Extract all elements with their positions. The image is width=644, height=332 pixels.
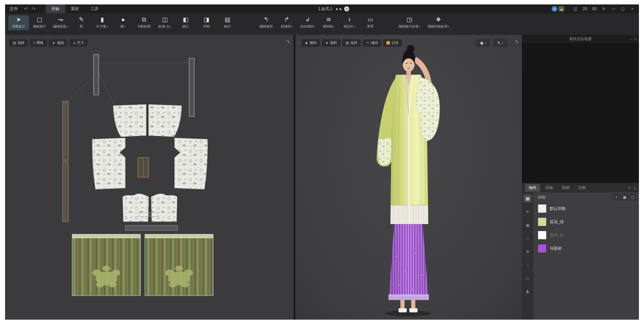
tab-fabric[interactable]: 织物	[542, 184, 557, 192]
rectangle-icon: ▮	[101, 16, 104, 23]
tool-edit-fabric-texture[interactable]: ❖ 编辑织物纹理▾	[424, 15, 453, 30]
interfacing-icon: ▤	[225, 16, 230, 23]
brush-button[interactable]: ✎▾	[493, 39, 507, 47]
ribbon-tab-material[interactable]: 素材	[65, 4, 85, 13]
minimize-button[interactable]: —	[609, 5, 617, 12]
notch-icon: ◧	[183, 16, 189, 23]
dropdown-caret-icon: ▾	[314, 25, 315, 28]
document-close-icon[interactable]: ×	[344, 6, 349, 11]
tool-edit-pattern-texture[interactable]: ◳ 编辑板片纹理▾	[395, 15, 424, 30]
expand-icon[interactable]: ↘	[634, 37, 636, 41]
rail-texture-icon[interactable]: ▤	[523, 274, 532, 282]
cursor-arrow-icon: ➤	[16, 16, 21, 23]
object-panel-tabs: 物料 织物 明细 注释 ▾ ↘	[522, 183, 639, 192]
undo-icon[interactable]: ↶	[22, 4, 30, 13]
rail-topstitch-icon[interactable]: ―	[523, 234, 532, 242]
rail-button-icon[interactable]: ◉	[523, 221, 532, 229]
tab-details[interactable]: 明细	[558, 184, 573, 192]
app-window: 文件 ↶ ↷ 开始 素材 工具 1.款式-1 ►◄ × ✦ ☁ ◫ 2D 3D …	[5, 4, 639, 320]
fabric-row[interactable]: 里布_白	[538, 230, 639, 241]
toggle-sewing[interactable]: 〜缝纫	[363, 39, 381, 47]
rail-fabric-icon[interactable]: ▦	[523, 194, 532, 203]
chevron-left-icon[interactable]: ‹	[297, 40, 299, 45]
toggle-avatar[interactable]: ♟模特	[302, 39, 320, 47]
account-sync-icon[interactable]: ✦	[552, 6, 557, 12]
toggle-dimensions[interactable]: ⊿尺寸	[70, 39, 87, 47]
document-tab[interactable]: 1.款式-1 ►◄ ×	[318, 4, 349, 13]
render-viewport-panel[interactable]: 离线渲染视窗 ▫ ↘	[522, 35, 639, 183]
tool-adjust-pattern[interactable]: ➤ 调整板片	[8, 15, 29, 30]
rail-pin-icon[interactable]: ⊕	[523, 247, 532, 256]
simulate-cursor-icon[interactable]: ►◄	[336, 7, 341, 11]
dimension-icon: ⊿	[73, 41, 76, 45]
object-panel-corner-icons: ▾ ↘	[629, 183, 636, 192]
tool-edit-curve[interactable]: ↝ 编辑弧线▾	[50, 15, 71, 30]
redo-icon[interactable]: ↷	[30, 4, 37, 13]
tab-notes[interactable]: 注释	[574, 184, 590, 192]
file-menu[interactable]: 文件	[5, 4, 22, 13]
close-button[interactable]: ×	[628, 5, 636, 12]
tool-extend-point[interactable]: ◫ 延展-点▾	[154, 15, 175, 30]
rail-avatar-icon[interactable]: ♟	[523, 287, 532, 296]
tab-materials[interactable]: 物料	[525, 184, 540, 192]
pattern-edit-pencil-icon[interactable]: ✎	[287, 39, 290, 44]
main-toolbar: ➤ 调整板片 ▢ 编辑板片 ↝ 编辑弧线▾ ✎ 笔 ▮ 长方形▾ ● 圆▾ ⧉ …	[5, 13, 639, 35]
tool-edit-pattern[interactable]: ▢ 编辑板片	[29, 15, 50, 30]
pattern-2d-viewport[interactable]: ▤纸样 ⌗网格 ▼缝份 ⊿尺寸 ✎	[5, 35, 294, 320]
ribbon-tab-tools[interactable]: 工具	[85, 4, 104, 13]
tool-rectangle[interactable]: ▮ 长方形▾	[92, 15, 113, 30]
dropdown-caret-icon: ▾	[124, 25, 126, 28]
document-tab-label: 1.款式-1	[318, 6, 332, 12]
add-fabric-button[interactable]: +	[613, 194, 620, 201]
view-2d-button[interactable]: 2D	[581, 5, 589, 12]
tool-notch[interactable]: ◧ 缺口	[175, 15, 196, 30]
viewport-edit-pencil-icon[interactable]: ✎	[515, 39, 519, 44]
tool-iron[interactable]: ▭ 熨烫	[360, 15, 381, 30]
tool-symmetry[interactable]: ◨ 对称	[196, 15, 217, 30]
tool-pin[interactable]: ⍭ 固定针▾	[339, 15, 360, 30]
toggle-grid[interactable]: ⌗网格	[30, 39, 46, 47]
fabric-swatch	[538, 231, 547, 240]
cloud-icon[interactable]: ☁	[559, 6, 564, 12]
viewport-tools: ◉▾ ✎▾	[476, 39, 507, 47]
toggle-seam-allowance[interactable]: ▼缝份	[49, 39, 67, 47]
rail-trim-icon[interactable]: ✦	[523, 208, 532, 216]
view-3d-button[interactable]: 3D	[590, 5, 598, 12]
menu-bar: 文件 ↶ ↷ 开始 素材 工具 1.款式-1 ►◄ × ✦ ☁ ◫ 2D 3D …	[5, 4, 639, 13]
expand-icon[interactable]: ↘	[633, 186, 636, 190]
tool-interfacing[interactable]: ▤ 粘衬	[217, 15, 238, 30]
rail-list-icon[interactable]: ≡	[523, 261, 532, 269]
tool-trace-outline[interactable]: ⧉ 勾勒轮廓	[133, 15, 154, 30]
layout-split-icon[interactable]: ◫	[571, 5, 579, 12]
tool-free-sewing[interactable]: ↲ 自由缝纫▾	[297, 15, 318, 30]
fabric-list-buttons: + ▣ ▢	[613, 194, 636, 201]
tool-pen[interactable]: ✎ 笔	[71, 15, 92, 30]
tool-segment-sewing[interactable]: ↱ 线缝纫▾	[276, 15, 297, 30]
caret-icon[interactable]: ▾	[629, 186, 630, 190]
render-camera-button[interactable]: ◉▾	[476, 39, 490, 47]
viewport-3d[interactable]: ‹ ♟模特 ▼面料 ▤纸样 〜缝纫 记录 ◉▾ ✎▾ ✎	[295, 35, 522, 320]
iron-icon: ▭	[368, 16, 373, 23]
edit-sewing-icon: ↰	[263, 16, 269, 23]
fabric-list-area: 织物 + ▣ ▢ 默认织物	[533, 192, 639, 320]
tool-circle[interactable]: ● 圆▾	[113, 15, 133, 30]
fabric-row[interactable]: 默认织物	[538, 203, 639, 214]
fabric-row[interactable]: 马面裙	[538, 243, 639, 254]
toggle-pattern-3d[interactable]: ▤纸样	[343, 39, 361, 47]
dropdown-caret-icon: ▾	[292, 25, 293, 28]
copy-fabric-button[interactable]: ▣	[621, 194, 628, 201]
refresh-icon[interactable]: ↻	[600, 5, 608, 12]
sewing-icon: 〜	[366, 41, 369, 45]
tool-sewing-thread[interactable]: ≋ 缝纫线▾	[318, 15, 339, 30]
ribbon-tab-start[interactable]: 开始	[46, 4, 65, 13]
dropdown-caret-icon: ▾	[170, 25, 171, 28]
toggle-pattern[interactable]: ▤纸样	[9, 39, 28, 47]
toggle-record[interactable]: 记录	[383, 39, 402, 47]
toggle-fabric[interactable]: ▼面料	[322, 39, 340, 47]
fabric-row[interactable]: 提花_绿	[538, 216, 639, 227]
maximize-button[interactable]: ▢	[619, 5, 627, 12]
pin-icon[interactable]: ▫	[630, 37, 631, 41]
tool-edit-sewing[interactable]: ↰ 编辑缝纫	[256, 15, 276, 30]
fabric-swatch	[538, 204, 547, 213]
delete-fabric-button[interactable]: ▢	[629, 194, 636, 201]
